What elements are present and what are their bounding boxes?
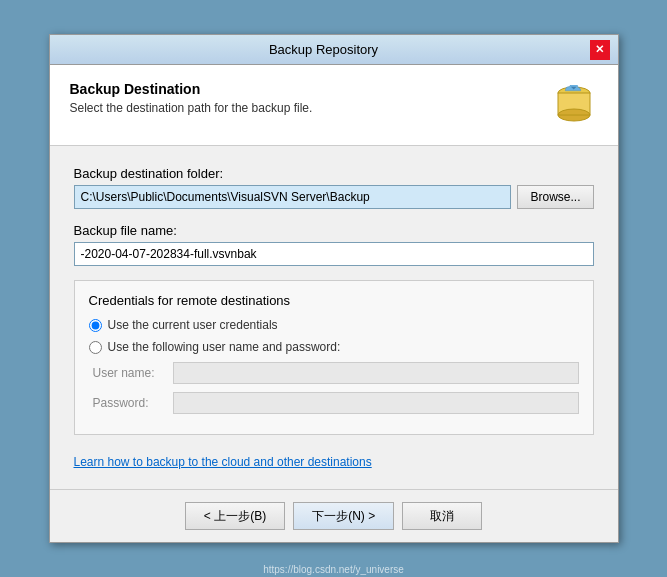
backup-icon: [550, 81, 598, 129]
cancel-button[interactable]: 取消: [402, 502, 482, 530]
filename-group: Backup file name:: [74, 223, 594, 266]
content-area: Backup destination folder: Browse... Bac…: [50, 146, 618, 489]
next-button[interactable]: 下一步(N) >: [293, 502, 394, 530]
password-row: Password:: [89, 392, 579, 414]
filename-input[interactable]: [74, 242, 594, 266]
username-row: User name:: [89, 362, 579, 384]
header-title: Backup Destination: [70, 81, 313, 97]
radio-current-user[interactable]: [89, 319, 102, 332]
watermark: https://blog.csdn.net/y_universe: [263, 564, 404, 575]
header-section: Backup Destination Select the destinatio…: [50, 65, 618, 146]
radio-group-1: Use the current user credentials: [89, 318, 579, 332]
radio-group-2: Use the following user name and password…: [89, 340, 579, 354]
credentials-box: Credentials for remote destinations Use …: [74, 280, 594, 435]
radio-1-text: Use the current user credentials: [108, 318, 278, 332]
folder-input-row: Browse...: [74, 185, 594, 209]
dialog-title: Backup Repository: [58, 42, 590, 57]
close-button[interactable]: ✕: [590, 40, 610, 60]
credentials-title: Credentials for remote destinations: [89, 293, 579, 308]
header-text: Backup Destination Select the destinatio…: [70, 81, 313, 115]
folder-label: Backup destination folder:: [74, 166, 594, 181]
learn-more-link[interactable]: Learn how to backup to the cloud and oth…: [74, 455, 372, 469]
filename-label: Backup file name:: [74, 223, 594, 238]
password-input[interactable]: [173, 392, 579, 414]
radio-label-2[interactable]: Use the following user name and password…: [89, 340, 579, 354]
username-input[interactable]: [173, 362, 579, 384]
dialog-window: Backup Repository ✕ Backup Destination S…: [49, 34, 619, 543]
radio-label-1[interactable]: Use the current user credentials: [89, 318, 579, 332]
browse-button[interactable]: Browse...: [517, 185, 593, 209]
header-subtitle: Select the destination path for the back…: [70, 101, 313, 115]
folder-group: Backup destination folder: Browse...: [74, 166, 594, 209]
username-label: User name:: [93, 366, 173, 380]
title-bar: Backup Repository ✕: [50, 35, 618, 65]
password-label: Password:: [93, 396, 173, 410]
footer: < 上一步(B) 下一步(N) > 取消: [50, 489, 618, 542]
folder-input[interactable]: [74, 185, 512, 209]
radio-2-text: Use the following user name and password…: [108, 340, 341, 354]
radio-user-password[interactable]: [89, 341, 102, 354]
back-button[interactable]: < 上一步(B): [185, 502, 285, 530]
